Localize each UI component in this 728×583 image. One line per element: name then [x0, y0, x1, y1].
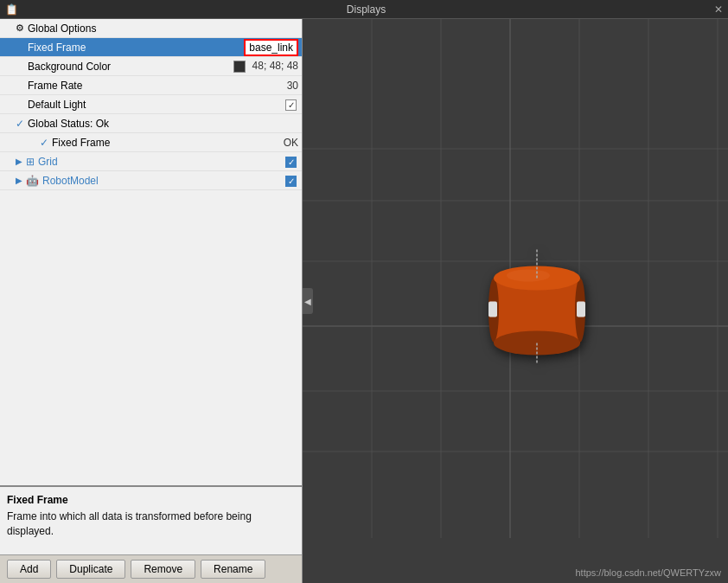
- tree-row-global-status[interactable]: ✓ Global Status: Ok: [0, 114, 302, 133]
- status-checkmark: ✓: [16, 118, 24, 130]
- add-button[interactable]: Add: [7, 560, 51, 579]
- title-bar: 📋 Displays ✕: [0, 0, 728, 19]
- default-light-checkbox[interactable]: ✓: [285, 99, 297, 111]
- 3d-viewport[interactable]: ◀: [303, 19, 728, 583]
- fixed-frame-label: Fixed Frame: [28, 42, 240, 54]
- svg-point-17: [507, 270, 550, 282]
- main-layout: ⚙ Global Options Fixed Frame base_link B…: [0, 19, 728, 583]
- rename-button[interactable]: Rename: [201, 560, 265, 579]
- frame-rate-value: 30: [287, 80, 298, 92]
- robot-expand-arrow[interactable]: ▶: [16, 176, 22, 185]
- background-color-value: 48; 48; 48: [233, 60, 298, 73]
- robot-icon: 🤖: [26, 175, 39, 187]
- duplicate-button[interactable]: Duplicate: [56, 560, 125, 579]
- default-light-value: ✓: [285, 99, 298, 111]
- background-color-label: Background Color: [28, 61, 230, 73]
- grid-expand-arrow[interactable]: ▶: [16, 157, 22, 166]
- remove-button[interactable]: Remove: [131, 560, 195, 579]
- grid-checkbox: ✓: [285, 156, 298, 168]
- cylinder-3d: [468, 231, 606, 372]
- description-text: Frame into which all data is transformed…: [7, 509, 295, 539]
- left-panel: ⚙ Global Options Fixed Frame base_link B…: [0, 19, 303, 583]
- tree-row-grid[interactable]: ▶ ⊞ Grid ✓: [0, 152, 302, 171]
- robot-model-label: RobotModel: [42, 175, 282, 187]
- tree-area: ⚙ Global Options Fixed Frame base_link B…: [0, 19, 302, 485]
- svg-rect-19: [577, 302, 585, 317]
- tree-row-default-light[interactable]: Default Light ✓: [0, 95, 302, 114]
- tree-row-fixed-frame[interactable]: Fixed Frame base_link: [0, 38, 302, 57]
- close-button[interactable]: ✕: [714, 3, 723, 16]
- svg-rect-18: [489, 302, 497, 317]
- fixed-frame-highlight[interactable]: base_link: [244, 39, 298, 56]
- grid-icon: ⊞: [26, 156, 35, 168]
- cylinder-svg: [468, 231, 606, 369]
- fixed-frame-sub-label: Fixed Frame: [52, 137, 280, 149]
- description-title: Fixed Frame: [7, 494, 295, 506]
- default-light-label: Default Light: [28, 99, 282, 111]
- tree-row-global-options[interactable]: ⚙ Global Options: [0, 19, 302, 38]
- frame-rate-label: Frame Rate: [28, 80, 284, 92]
- watermark: https://blog.csdn.net/QWERTYzxw: [575, 567, 721, 578]
- fixed-frame-value: base_link: [244, 42, 298, 54]
- collapse-panel-button[interactable]: ◀: [303, 288, 313, 314]
- tree-row-frame-rate[interactable]: Frame Rate 30: [0, 76, 302, 95]
- buttons-area: Add Duplicate Remove Rename: [0, 554, 302, 583]
- description-area: Fixed Frame Frame into which all data is…: [0, 485, 302, 554]
- color-swatch: [233, 61, 246, 73]
- fixed-frame-sub-checkmark: ✓: [40, 137, 48, 149]
- tree-row-robot-model[interactable]: ▶ 🤖 RobotModel ✓: [0, 171, 302, 190]
- fixed-frame-sub-value: OK: [284, 137, 298, 149]
- tree-row-background-color[interactable]: Background Color 48; 48; 48: [0, 57, 302, 76]
- tree-row-fixed-frame-sub[interactable]: ✓ Fixed Frame OK: [0, 133, 302, 152]
- robot-model-checkbox: ✓: [285, 175, 298, 187]
- global-options-label: Global Options: [28, 22, 298, 35]
- gear-icon: ⚙: [16, 22, 24, 34]
- grid-label: Grid: [38, 156, 282, 168]
- global-status-label: Global Status: Ok: [28, 118, 298, 130]
- title-bar-title: Displays: [347, 3, 386, 16]
- title-bar-icon: 📋: [5, 3, 18, 16]
